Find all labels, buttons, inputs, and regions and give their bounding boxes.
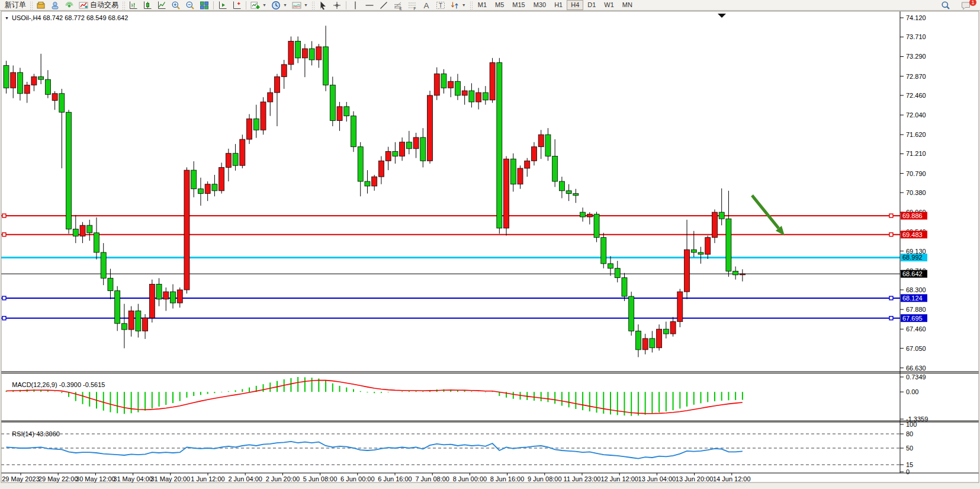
toolbar-drag-handle[interactable] [122, 1, 125, 9]
zoom-in-icon[interactable] [169, 0, 183, 10]
history-center-icon[interactable] [34, 0, 48, 10]
chat-button[interactable]: 1 [959, 0, 973, 10]
toolbar-separator [213, 1, 214, 9]
chat-notification-badge: 1 [969, 0, 976, 6]
svg-text:70.790: 70.790 [906, 170, 926, 177]
svg-text:68.642: 68.642 [902, 270, 923, 277]
chart-title-text: USOil-,H4 68.742 68.772 68.549 68.642 [12, 14, 128, 21]
timeframe-button-m15[interactable]: M15 [508, 0, 529, 10]
tile-windows-icon[interactable] [197, 0, 211, 10]
timeframe-button-m30[interactable]: M30 [529, 0, 550, 10]
search-button[interactable] [939, 0, 953, 10]
zoom-out-icon[interactable] [183, 0, 197, 10]
candlestick-chart-icon[interactable] [140, 0, 155, 10]
signals-icon [65, 1, 74, 10]
svg-text:30 May 12:00: 30 May 12:00 [76, 475, 115, 482]
dropdown-caret-icon: ▼ [283, 3, 287, 7]
crosshair-icon[interactable] [330, 0, 344, 10]
toolbar-drag-handle[interactable] [30, 1, 33, 9]
dropdown-caret-icon: ▼ [304, 3, 308, 7]
svg-text:67.695: 67.695 [902, 315, 923, 322]
timeframe-button-h4[interactable]: H4 [567, 0, 583, 10]
svg-text:29 May 22:00: 29 May 22:00 [38, 475, 78, 482]
add-indicator-icon[interactable]: ▼ [248, 0, 269, 10]
text-label-icon[interactable]: T [433, 0, 448, 10]
timeframe-button-m1[interactable]: M1 [474, 0, 491, 10]
chart-menu-triangle-icon[interactable]: ▼ [5, 16, 9, 20]
svg-text:67.460: 67.460 [906, 325, 926, 333]
trendline-icon [379, 1, 388, 10]
svg-text:5 Jun 08:00: 5 Jun 08:00 [303, 475, 338, 482]
svg-text:0.7349: 0.7349 [906, 373, 926, 381]
svg-text:2 Jun 20:00: 2 Jun 20:00 [266, 475, 300, 482]
text-icon: A [422, 1, 431, 10]
auto-scroll-icon[interactable] [230, 0, 244, 10]
toolbar-drag-handle[interactable] [311, 1, 314, 9]
channel-icon[interactable]: F [405, 0, 419, 10]
chart-shift-icon[interactable] [216, 0, 230, 10]
fibonacci-icon[interactable]: E [391, 0, 405, 10]
svg-text:7 Jun 08:00: 7 Jun 08:00 [415, 475, 449, 482]
market-watch-icon [50, 1, 60, 10]
line-chart-icon [157, 1, 166, 10]
templates-icon[interactable]: ▼ [290, 0, 310, 10]
svg-text:14 Jun 12:00: 14 Jun 12:00 [713, 475, 751, 482]
svg-text:100: 100 [906, 421, 917, 428]
svg-text:68.300: 68.300 [906, 286, 926, 293]
svg-text:73.290: 73.290 [906, 53, 926, 60]
toolbar-drag-handle[interactable] [470, 1, 473, 9]
svg-text:T: T [439, 2, 442, 9]
line-chart-icon[interactable] [155, 0, 169, 10]
svg-text:8 Jun 16:00: 8 Jun 16:00 [490, 475, 525, 482]
svg-text:69.886: 69.886 [902, 212, 923, 219]
timeframe-button-m5[interactable]: M5 [491, 0, 508, 10]
horizontal-line-icon[interactable] [362, 0, 377, 10]
chart-canvas[interactable]: 74.12073.71073.29072.87072.46072.04071.6… [0, 0, 980, 489]
svg-text:71.620: 71.620 [906, 131, 926, 138]
horizontal-line-icon [365, 1, 374, 10]
auto-scroll-icon [232, 1, 242, 10]
cursor-icon [318, 1, 327, 10]
search-icon [941, 1, 950, 10]
auto-trading-button[interactable]: 自动交易 [76, 0, 121, 10]
candlestick-chart-icon [143, 1, 152, 10]
svg-text:68.992: 68.992 [902, 254, 923, 261]
main-toolbar: 新订单自动交易▼▼▼EFAT▼M1M5M15M30H1H4D1W1MN1 [0, 0, 980, 11]
svg-text:71.210: 71.210 [906, 150, 926, 157]
timeframe-button-w1[interactable]: W1 [600, 0, 618, 10]
svg-text:0: 0 [906, 468, 910, 475]
svg-text:31 May 04:00: 31 May 04:00 [113, 475, 153, 482]
svg-text:73.710: 73.710 [906, 33, 926, 40]
svg-text:72.040: 72.040 [906, 111, 926, 119]
svg-text:13 Jun 20:00: 13 Jun 20:00 [676, 475, 714, 482]
arrows-icon[interactable]: ▼ [448, 0, 468, 10]
svg-text:67.050: 67.050 [906, 345, 926, 352]
text-icon[interactable]: A [419, 0, 433, 10]
timeframe-button-h1[interactable]: H1 [550, 0, 567, 10]
svg-text:50: 50 [906, 445, 913, 452]
vertical-line-icon[interactable] [348, 0, 362, 10]
svg-text:69.483: 69.483 [902, 231, 923, 238]
bar-chart-icon[interactable] [126, 0, 140, 10]
trendline-icon[interactable] [377, 0, 391, 10]
svg-text:6 Jun 16:00: 6 Jun 16:00 [378, 475, 412, 482]
timeframe-button-d1[interactable]: D1 [583, 0, 600, 10]
periods-icon[interactable]: ▼ [269, 0, 290, 10]
chart-title: ▼ USOil-,H4 68.742 68.772 68.549 68.642 [5, 14, 128, 21]
timeframe-button-mn[interactable]: MN [618, 0, 637, 10]
toolbar-separator [246, 1, 246, 9]
new-order-button[interactable]: 新订单 [2, 0, 28, 10]
svg-text:80: 80 [906, 430, 913, 437]
templates-icon [292, 1, 301, 10]
arrows-icon [450, 1, 460, 10]
market-watch-icon[interactable] [48, 0, 62, 10]
channel-icon: F [407, 1, 417, 10]
svg-text:66.630: 66.630 [906, 365, 926, 372]
terminal-window: 新订单自动交易▼▼▼EFAT▼M1M5M15M30H1H4D1W1MN1 74.… [0, 0, 980, 489]
cursor-icon[interactable] [316, 0, 330, 10]
svg-text:A: A [423, 1, 429, 10]
svg-text:12 Jun 12:00: 12 Jun 12:00 [600, 475, 638, 482]
signals-icon[interactable] [62, 0, 76, 10]
svg-text:6 Jun 00:00: 6 Jun 00:00 [340, 475, 375, 482]
svg-text:67.880: 67.880 [906, 306, 926, 313]
